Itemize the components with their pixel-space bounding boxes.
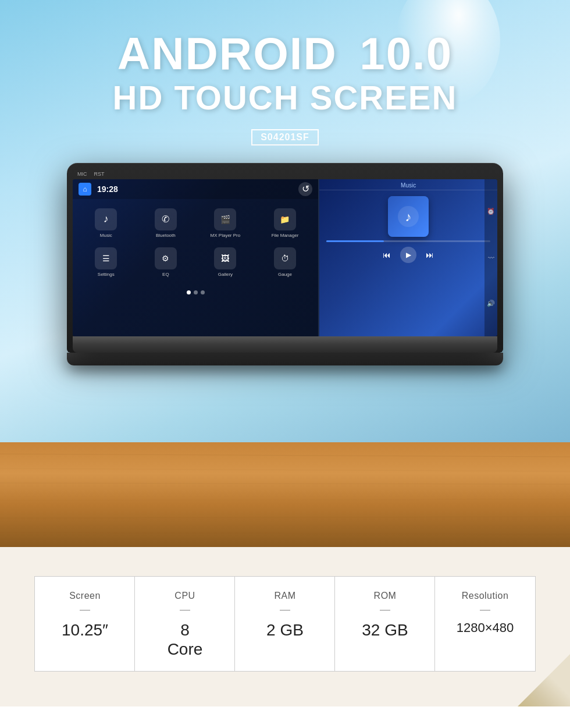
side-clock-icon[interactable]: ⏰ — [487, 208, 495, 215]
album-art-icon: ♪ — [388, 196, 429, 237]
dot-3 — [201, 290, 205, 294]
app-file-label: File Manager — [272, 233, 299, 239]
specs-grid: Screen — 10.25″ CPU — 8Core RAM — 2 GB R… — [35, 576, 535, 672]
app-bluetooth-label: Bluetooth — [156, 233, 176, 239]
spec-screen-divider: — — [44, 601, 126, 618]
spec-rom-label: ROM — [344, 591, 426, 601]
spec-resolution-value: 1280×480 — [444, 620, 526, 635]
app-mx-label: MX Player Pro — [211, 233, 241, 239]
device-stand — [73, 336, 497, 353]
device-screen: ⌂ 19:28 ↺ ♪ Music ✆ Bluetooth — [73, 179, 497, 336]
device-base — [67, 353, 503, 365]
play-button[interactable]: ▶ — [400, 247, 416, 263]
spec-resolution-divider: — — [444, 601, 526, 618]
music-controls: ⏮ ▶ ⏭ — [319, 242, 497, 268]
screen-right: ⏰ 〰 🔊 Music ♪ — [319, 179, 497, 336]
device-top-bar: MIC RST — [73, 169, 497, 179]
svg-line-6 — [0, 517, 570, 518]
app-settings-label: Settings — [98, 272, 115, 278]
spec-rom: ROM — 32 GB — [334, 576, 436, 672]
app-settings[interactable]: ☰ Settings — [76, 243, 136, 282]
app-grid: ♪ Music ✆ Bluetooth 🎬 MX Player Pro � — [73, 199, 318, 287]
wood-grain — [0, 442, 570, 547]
dot-1 — [187, 290, 191, 294]
mic-label: MIC — [77, 171, 87, 177]
spec-cpu-label: CPU — [144, 591, 226, 601]
spec-screen-value: 10.25″ — [44, 620, 126, 640]
app-gauge-icon: ⏱ — [274, 247, 296, 269]
app-bluetooth-icon: ✆ — [155, 208, 177, 230]
side-nav: ⏰ 〰 🔊 — [484, 179, 497, 336]
spec-screen: Screen — 10.25″ — [34, 576, 136, 672]
device-outer: MIC RST ⌂ 19:28 ↺ ♪ Music — [67, 163, 503, 353]
app-mx-icon: 🎬 — [214, 208, 236, 230]
home-icon[interactable]: ⌂ — [79, 183, 91, 196]
spec-screen-label: Screen — [44, 591, 126, 601]
title-android: ANDROID 10.0 — [113, 29, 458, 79]
app-file-manager[interactable]: 📁 File Manager — [255, 204, 315, 243]
device-wrapper: MIC RST ⌂ 19:28 ↺ ♪ Music — [67, 163, 503, 365]
app-music-label: Music — [100, 233, 112, 239]
version-text: 10.0 — [359, 28, 453, 79]
app-gallery-icon: 🖼 — [214, 247, 236, 269]
desk-section — [0, 442, 570, 547]
spec-cpu-divider: — — [144, 601, 226, 618]
screen-header: ⌂ 19:28 ↺ — [73, 179, 318, 199]
title-block: ANDROID 10.0 HD TOUCH SCREEN S04201SF — [113, 29, 458, 145]
svg-line-4 — [0, 483, 570, 484]
prev-button[interactable]: ⏮ — [383, 250, 391, 260]
sky-background: ANDROID 10.0 HD TOUCH SCREEN S04201SF MI… — [0, 0, 570, 442]
app-music-icon: ♪ — [95, 208, 117, 230]
music-header: Music — [319, 179, 497, 190]
side-volume-icon[interactable]: 🔊 — [487, 300, 495, 307]
spec-ram-value: 2 GB — [244, 620, 326, 640]
app-gallery[interactable]: 🖼 Gallery — [195, 243, 255, 282]
app-gauge-label: Gauge — [278, 272, 292, 278]
app-music[interactable]: ♪ Music — [76, 204, 136, 243]
app-mx-player[interactable]: 🎬 MX Player Pro — [195, 204, 255, 243]
android-text: ANDROID — [117, 28, 337, 79]
spec-ram-label: RAM — [244, 591, 326, 601]
app-settings-icon: ☰ — [95, 247, 117, 269]
specs-section: Screen — 10.25″ CPU — 8Core RAM — 2 GB R… — [0, 547, 570, 706]
spec-cpu: CPU — 8Core — [134, 576, 236, 672]
spec-resolution-label: Resolution — [444, 591, 526, 601]
spec-rom-value: 32 GB — [344, 620, 426, 640]
svg-text:♪: ♪ — [405, 209, 412, 224]
svg-line-3 — [0, 468, 570, 471]
spec-ram: RAM — 2 GB — [234, 576, 336, 672]
app-eq-icon: ⚙ — [155, 247, 177, 269]
page-dots — [73, 287, 318, 298]
spec-rom-divider: — — [344, 601, 426, 618]
spec-resolution: Resolution — 1280×480 — [434, 576, 536, 672]
app-eq[interactable]: ⚙ EQ — [136, 243, 196, 282]
dot-2 — [194, 290, 198, 294]
next-button[interactable]: ⏭ — [426, 250, 434, 260]
model-badge: S04201SF — [251, 129, 319, 145]
side-wifi-icon[interactable]: 〰 — [488, 254, 494, 261]
rst-label: RST — [94, 171, 105, 177]
screen-left: ⌂ 19:28 ↺ ♪ Music ✆ Bluetooth — [73, 179, 318, 336]
spec-ram-divider: — — [244, 601, 326, 618]
svg-line-5 — [0, 499, 570, 500]
app-bluetooth[interactable]: ✆ Bluetooth — [136, 204, 196, 243]
title-hd: HD TOUCH SCREEN — [113, 79, 458, 116]
music-album-art: ♪ — [388, 196, 429, 237]
app-gallery-label: Gallery — [218, 272, 233, 278]
svg-line-2 — [0, 454, 570, 457]
time-display: 19:28 — [97, 184, 118, 194]
app-gauge[interactable]: ⏱ Gauge — [255, 243, 315, 282]
back-button[interactable]: ↺ — [298, 182, 312, 196]
app-file-icon: 📁 — [274, 208, 296, 230]
app-eq-label: EQ — [162, 272, 169, 278]
spec-cpu-value: 8Core — [144, 620, 226, 659]
svg-line-7 — [0, 532, 570, 534]
